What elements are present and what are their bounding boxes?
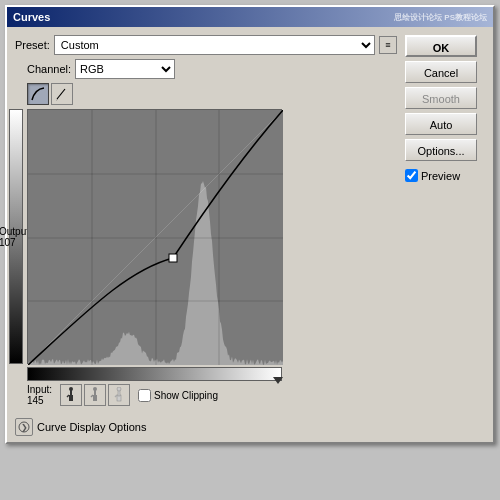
expand-icon: ❯ <box>18 421 30 433</box>
right-panel: OK Cancel Smooth Auto Options... Preview <box>405 35 485 406</box>
preview-checkbox[interactable] <box>405 169 418 182</box>
pen-tool-btn[interactable] <box>51 83 73 105</box>
input-value-text: 145 <box>27 395 52 406</box>
black-eyedropper-btn[interactable] <box>60 384 82 406</box>
svg-point-4 <box>69 387 73 391</box>
dialog-title: Curves <box>13 11 50 23</box>
black-eyedropper-icon <box>64 387 78 403</box>
preset-menu-icon[interactable]: ≡ <box>379 36 397 54</box>
white-eyedropper-icon <box>112 387 126 403</box>
svg-line-5 <box>67 395 69 397</box>
input-pointer <box>273 377 283 384</box>
dialog-body: Preset: Custom ≡ Channel: RGB <box>7 27 493 414</box>
curve-tool-btn[interactable] <box>27 83 49 105</box>
white-eyedropper-btn[interactable] <box>108 384 130 406</box>
title-bar: Curves 思绘设计论坛 PS教程论坛 <box>7 7 493 27</box>
options-button[interactable]: Options... <box>405 139 477 161</box>
preset-label: Preset: <box>15 39 50 51</box>
input-gradient-bar <box>27 367 282 381</box>
bottom-row: ❯ Curve Display Options <box>7 414 493 442</box>
gray-eyedropper-icon <box>88 387 102 403</box>
watermark-text: 思绘设计论坛 PS教程论坛 <box>394 12 487 23</box>
input-label-text: Input: <box>27 384 52 395</box>
auto-button[interactable]: Auto <box>405 113 477 135</box>
curve-icon <box>31 87 45 101</box>
show-clipping-group: Show Clipping <box>138 389 218 402</box>
tools-row <box>27 83 397 105</box>
eyedropper-group <box>60 384 130 406</box>
svg-line-0 <box>57 89 65 99</box>
curves-dialog: Curves 思绘设计论坛 PS教程论坛 Preset: Custom ≡ Ch… <box>5 5 495 444</box>
curves-canvas <box>28 110 283 365</box>
cancel-button[interactable]: Cancel <box>405 61 477 83</box>
expand-button[interactable]: ❯ <box>15 418 33 436</box>
input-label-group: Input: 145 <box>27 384 52 406</box>
show-clipping-label: Show Clipping <box>154 390 218 401</box>
curves-canvas-container[interactable] <box>27 109 282 364</box>
channel-row: Channel: RGB <box>27 59 397 79</box>
preview-label: Preview <box>421 170 460 182</box>
svg-line-9 <box>91 395 93 397</box>
show-clipping-checkbox[interactable] <box>138 389 151 402</box>
preset-row: Preset: Custom ≡ <box>15 35 397 55</box>
smooth-button[interactable]: Smooth <box>405 87 477 109</box>
pen-icon <box>55 87 69 101</box>
preview-row: Preview <box>405 169 485 182</box>
svg-line-13 <box>115 395 117 397</box>
ok-button[interactable]: OK <box>405 35 477 57</box>
svg-point-8 <box>93 387 97 391</box>
left-panel: Preset: Custom ≡ Channel: RGB <box>15 35 397 406</box>
svg-text:❯: ❯ <box>21 423 28 432</box>
curve-display-label: Curve Display Options <box>37 421 146 433</box>
channel-select[interactable]: RGB <box>75 59 175 79</box>
gray-eyedropper-btn[interactable] <box>84 384 106 406</box>
channel-label: Channel: <box>27 63 71 75</box>
preset-select[interactable]: Custom <box>54 35 375 55</box>
input-row: Input: 145 <box>27 384 397 406</box>
svg-point-12 <box>117 387 121 391</box>
curves-area: Output: 107 <box>27 109 397 364</box>
